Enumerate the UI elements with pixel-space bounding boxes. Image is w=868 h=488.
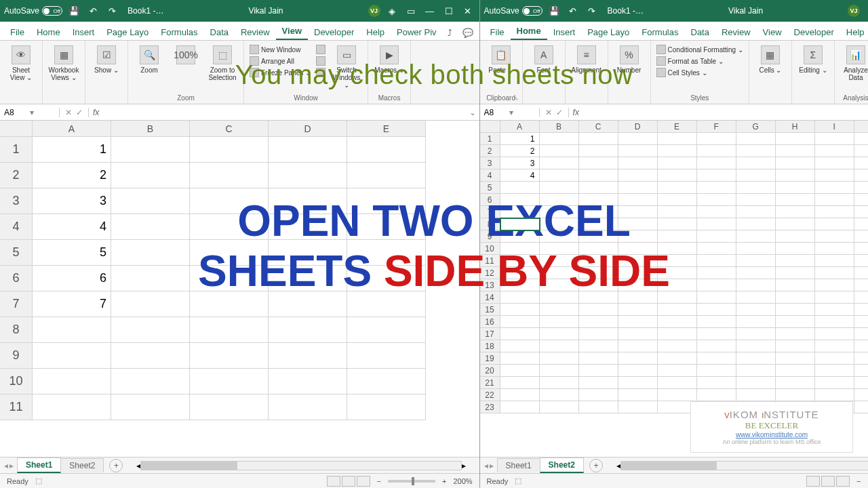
cell[interactable] <box>269 188 347 214</box>
tab-review[interactable]: Review <box>715 24 757 40</box>
format-as-table-button[interactable]: Format as Table ⌄ <box>655 56 745 66</box>
cell[interactable] <box>269 394 347 420</box>
tab-developer[interactable]: Developer <box>788 24 840 40</box>
cell[interactable] <box>815 328 854 340</box>
cell[interactable] <box>190 214 269 240</box>
cell[interactable] <box>736 316 776 328</box>
cell[interactable] <box>697 218 736 230</box>
cell[interactable] <box>618 291 658 304</box>
split-button[interactable] <box>315 44 327 55</box>
cells-button[interactable]: ▦Cells ⌄ <box>753 43 787 74</box>
cell[interactable]: 1 <box>500 133 540 145</box>
cell[interactable] <box>658 377 697 389</box>
cell[interactable] <box>269 240 347 266</box>
cell[interactable] <box>776 145 815 157</box>
cell[interactable] <box>736 169 776 182</box>
cell[interactable] <box>269 214 347 240</box>
cell[interactable] <box>111 369 190 394</box>
cell[interactable] <box>618 377 658 389</box>
cell[interactable] <box>579 279 618 291</box>
sheet-nav-next-icon[interactable]: ▸ <box>490 461 494 470</box>
cell[interactable]: 2 <box>500 145 540 157</box>
add-sheet-button[interactable]: + <box>589 459 603 472</box>
cell[interactable] <box>854 133 868 145</box>
enter-icon[interactable]: ✓ <box>76 108 83 117</box>
cell[interactable] <box>736 279 776 291</box>
row-header[interactable]: 4 <box>0 214 33 240</box>
alignment-group-button[interactable]: ≡Alignment <box>570 43 604 74</box>
cell[interactable] <box>347 163 426 188</box>
cell[interactable] <box>776 255 815 267</box>
column-header[interactable]: G <box>736 121 776 133</box>
cell[interactable] <box>618 267 658 279</box>
cell[interactable] <box>347 291 426 317</box>
scroll-right-icon[interactable]: ▸ <box>462 461 466 470</box>
cell[interactable] <box>658 194 697 206</box>
column-header[interactable]: D <box>269 121 347 137</box>
save-icon[interactable]: 💾 <box>66 3 81 18</box>
cell[interactable] <box>854 157 868 169</box>
cell[interactable] <box>111 163 190 188</box>
cell[interactable] <box>736 377 776 389</box>
undo-icon[interactable]: ↶ <box>85 3 100 18</box>
column-header[interactable]: E <box>658 121 697 133</box>
cell[interactable] <box>658 145 697 157</box>
cell[interactable] <box>540 182 579 194</box>
row-header[interactable]: 1 <box>0 137 33 163</box>
cell[interactable] <box>190 317 269 343</box>
cell[interactable] <box>269 137 347 163</box>
row-header[interactable]: 3 <box>0 188 33 214</box>
cell[interactable] <box>697 365 736 377</box>
cell[interactable] <box>500 304 540 316</box>
cell[interactable] <box>500 279 540 291</box>
column-header[interactable]: F <box>697 121 736 133</box>
cell[interactable] <box>776 340 815 352</box>
tab-data[interactable]: Data <box>685 24 715 40</box>
cell[interactable] <box>776 377 815 389</box>
cell[interactable] <box>500 316 540 328</box>
cell[interactable] <box>618 316 658 328</box>
cell[interactable] <box>111 137 190 163</box>
cell[interactable] <box>269 369 347 394</box>
cell[interactable] <box>347 188 426 214</box>
cell[interactable] <box>854 145 868 157</box>
cell[interactable] <box>579 194 618 206</box>
row-header[interactable]: 2 <box>480 145 500 157</box>
cell[interactable] <box>697 194 736 206</box>
row-header[interactable]: 13 <box>480 279 500 291</box>
zoom-out-icon[interactable]: − <box>377 477 381 485</box>
cell[interactable] <box>854 377 868 389</box>
cell[interactable] <box>540 218 579 230</box>
cell[interactable] <box>540 267 579 279</box>
autosave-toggle[interactable]: AutoSave Off <box>4 6 62 16</box>
redo-icon[interactable]: ↷ <box>585 3 599 18</box>
user-avatar[interactable]: VJ <box>368 5 380 17</box>
cell[interactable] <box>579 377 618 389</box>
cell[interactable]: 3 <box>500 157 540 169</box>
cell[interactable] <box>815 157 854 169</box>
cell[interactable] <box>736 267 776 279</box>
cell[interactable] <box>854 279 868 291</box>
undo-icon[interactable]: ↶ <box>566 3 580 18</box>
cell[interactable] <box>269 343 347 369</box>
cell[interactable] <box>579 182 618 194</box>
tab-file[interactable]: File <box>484 24 511 40</box>
cell[interactable] <box>579 218 618 230</box>
cell[interactable] <box>658 291 697 304</box>
cell[interactable] <box>347 369 426 394</box>
cell[interactable] <box>697 328 736 340</box>
cell[interactable] <box>347 214 426 240</box>
tab-developer[interactable]: Developer <box>308 24 360 40</box>
cell[interactable] <box>776 389 815 401</box>
cell[interactable] <box>697 304 736 316</box>
cell[interactable] <box>776 230 815 243</box>
cell[interactable] <box>658 243 697 255</box>
cell[interactable] <box>111 214 190 240</box>
cell[interactable] <box>736 291 776 304</box>
cell[interactable] <box>854 243 868 255</box>
cell[interactable] <box>854 304 868 316</box>
font-group-button[interactable]: AFont <box>527 43 561 74</box>
cell[interactable] <box>854 230 868 243</box>
diamond-icon[interactable]: ◈ <box>864 3 868 18</box>
cell[interactable] <box>815 365 854 377</box>
